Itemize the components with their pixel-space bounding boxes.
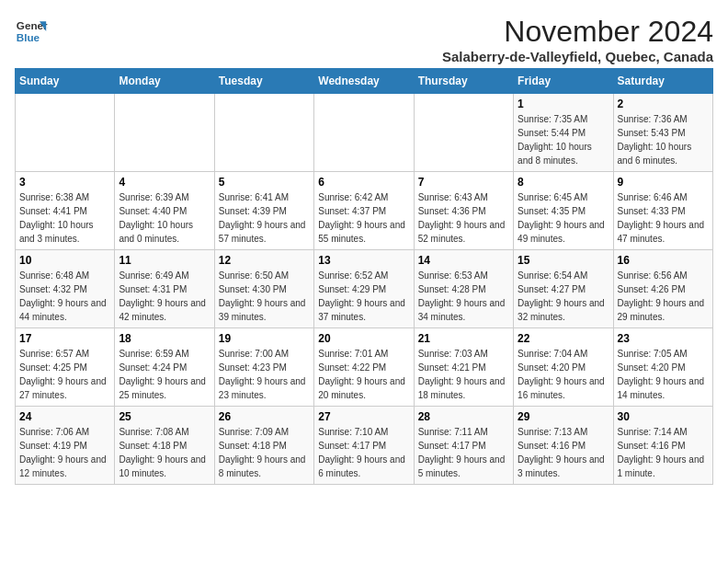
calendar-cell: 14Sunrise: 6:53 AM Sunset: 4:28 PM Dayli… <box>414 250 513 328</box>
day-header-sunday: Sunday <box>16 69 115 94</box>
calendar-cell: 10Sunrise: 6:48 AM Sunset: 4:32 PM Dayli… <box>16 250 115 328</box>
day-info: Sunrise: 7:05 AM Sunset: 4:20 PM Dayligh… <box>618 347 709 402</box>
day-info: Sunrise: 7:03 AM Sunset: 4:21 PM Dayligh… <box>418 347 509 402</box>
day-info: Sunrise: 7:08 AM Sunset: 4:18 PM Dayligh… <box>119 425 210 480</box>
day-info: Sunrise: 6:50 AM Sunset: 4:30 PM Dayligh… <box>219 269 310 324</box>
day-info: Sunrise: 6:42 AM Sunset: 4:37 PM Dayligh… <box>318 190 409 246</box>
day-info: Sunrise: 7:11 AM Sunset: 4:17 PM Dayligh… <box>418 425 509 480</box>
day-number: 16 <box>618 254 709 267</box>
calendar-cell: 4Sunrise: 6:39 AM Sunset: 4:40 PM Daylig… <box>115 172 214 250</box>
day-info: Sunrise: 6:56 AM Sunset: 4:26 PM Dayligh… <box>618 269 709 324</box>
day-info: Sunrise: 6:45 AM Sunset: 4:35 PM Dayligh… <box>518 190 609 246</box>
day-number: 4 <box>119 176 210 189</box>
calendar-cell <box>314 94 414 172</box>
calendar-cell: 15Sunrise: 6:54 AM Sunset: 4:27 PM Dayli… <box>514 250 613 328</box>
calendar-table: SundayMondayTuesdayWednesdayThursdayFrid… <box>15 68 713 485</box>
calendar-cell <box>115 94 214 172</box>
calendar-cell: 3Sunrise: 6:38 AM Sunset: 4:41 PM Daylig… <box>16 172 115 250</box>
day-number: 18 <box>119 332 210 345</box>
day-info: Sunrise: 7:09 AM Sunset: 4:18 PM Dayligh… <box>219 425 310 480</box>
day-header-saturday: Saturday <box>613 69 712 94</box>
day-number: 26 <box>219 410 310 423</box>
calendar-cell: 28Sunrise: 7:11 AM Sunset: 4:17 PM Dayli… <box>414 407 513 485</box>
calendar-cell: 29Sunrise: 7:13 AM Sunset: 4:16 PM Dayli… <box>514 407 613 485</box>
calendar-week-5: 24Sunrise: 7:06 AM Sunset: 4:19 PM Dayli… <box>16 407 713 485</box>
calendar-cell: 8Sunrise: 6:45 AM Sunset: 4:35 PM Daylig… <box>514 172 613 250</box>
calendar-cell: 12Sunrise: 6:50 AM Sunset: 4:30 PM Dayli… <box>214 250 313 328</box>
day-info: Sunrise: 7:13 AM Sunset: 4:16 PM Dayligh… <box>518 425 609 480</box>
day-number: 5 <box>219 176 310 189</box>
svg-text:Blue: Blue <box>17 31 40 43</box>
day-info: Sunrise: 6:43 AM Sunset: 4:36 PM Dayligh… <box>418 190 509 246</box>
day-number: 7 <box>418 176 509 189</box>
day-info: Sunrise: 7:36 AM Sunset: 5:43 PM Dayligh… <box>618 112 709 167</box>
day-info: Sunrise: 7:14 AM Sunset: 4:16 PM Dayligh… <box>618 425 709 480</box>
calendar-cell <box>214 94 313 172</box>
day-header-thursday: Thursday <box>414 69 513 94</box>
title-area: November 2024 Salaberry-de-Valleyfield, … <box>442 15 713 64</box>
day-info: Sunrise: 7:00 AM Sunset: 4:23 PM Dayligh… <box>219 347 310 402</box>
day-info: Sunrise: 7:01 AM Sunset: 4:22 PM Dayligh… <box>318 347 409 402</box>
day-info: Sunrise: 6:41 AM Sunset: 4:39 PM Dayligh… <box>219 190 310 246</box>
calendar-week-1: 1Sunrise: 7:35 AM Sunset: 5:44 PM Daylig… <box>16 94 713 172</box>
calendar-cell: 17Sunrise: 6:57 AM Sunset: 4:25 PM Dayli… <box>16 328 115 407</box>
calendar-cell: 20Sunrise: 7:01 AM Sunset: 4:22 PM Dayli… <box>314 328 414 407</box>
day-number: 19 <box>219 332 310 345</box>
day-info: Sunrise: 6:54 AM Sunset: 4:27 PM Dayligh… <box>518 269 609 324</box>
day-number: 2 <box>618 98 709 110</box>
calendar-cell: 21Sunrise: 7:03 AM Sunset: 4:21 PM Dayli… <box>414 328 513 407</box>
calendar-cell: 9Sunrise: 6:46 AM Sunset: 4:33 PM Daylig… <box>613 172 712 250</box>
day-number: 11 <box>119 254 210 267</box>
day-number: 28 <box>418 410 509 423</box>
day-number: 27 <box>318 410 409 423</box>
calendar-week-2: 3Sunrise: 6:38 AM Sunset: 4:41 PM Daylig… <box>16 172 713 250</box>
day-info: Sunrise: 6:46 AM Sunset: 4:33 PM Dayligh… <box>618 190 709 246</box>
calendar-week-4: 17Sunrise: 6:57 AM Sunset: 4:25 PM Dayli… <box>16 328 713 407</box>
day-number: 29 <box>518 410 609 423</box>
day-number: 10 <box>19 254 110 267</box>
logo: General Blue <box>15 15 48 48</box>
day-number: 20 <box>318 332 409 345</box>
calendar-cell: 5Sunrise: 6:41 AM Sunset: 4:39 PM Daylig… <box>214 172 313 250</box>
day-info: Sunrise: 6:48 AM Sunset: 4:32 PM Dayligh… <box>19 269 110 324</box>
day-header-tuesday: Tuesday <box>214 69 313 94</box>
calendar-cell: 18Sunrise: 6:59 AM Sunset: 4:24 PM Dayli… <box>115 328 214 407</box>
day-number: 1 <box>518 98 609 110</box>
day-info: Sunrise: 6:49 AM Sunset: 4:31 PM Dayligh… <box>119 269 210 324</box>
calendar-cell: 16Sunrise: 6:56 AM Sunset: 4:26 PM Dayli… <box>613 250 712 328</box>
day-header-monday: Monday <box>115 69 214 94</box>
day-info: Sunrise: 6:53 AM Sunset: 4:28 PM Dayligh… <box>418 269 509 324</box>
day-number: 6 <box>318 176 409 189</box>
calendar-cell: 26Sunrise: 7:09 AM Sunset: 4:18 PM Dayli… <box>214 407 313 485</box>
day-info: Sunrise: 6:57 AM Sunset: 4:25 PM Dayligh… <box>19 347 110 402</box>
day-number: 15 <box>518 254 609 267</box>
day-number: 30 <box>618 410 709 423</box>
calendar-cell: 25Sunrise: 7:08 AM Sunset: 4:18 PM Dayli… <box>115 407 214 485</box>
day-info: Sunrise: 7:10 AM Sunset: 4:17 PM Dayligh… <box>318 425 409 480</box>
logo-icon: General Blue <box>15 15 48 48</box>
day-number: 13 <box>318 254 409 267</box>
calendar-cell: 19Sunrise: 7:00 AM Sunset: 4:23 PM Dayli… <box>214 328 313 407</box>
day-info: Sunrise: 7:04 AM Sunset: 4:20 PM Dayligh… <box>518 347 609 402</box>
day-info: Sunrise: 7:35 AM Sunset: 5:44 PM Dayligh… <box>518 112 609 167</box>
calendar-cell: 22Sunrise: 7:04 AM Sunset: 4:20 PM Dayli… <box>514 328 613 407</box>
day-number: 23 <box>618 332 709 345</box>
day-info: Sunrise: 7:06 AM Sunset: 4:19 PM Dayligh… <box>19 425 110 480</box>
calendar-cell: 7Sunrise: 6:43 AM Sunset: 4:36 PM Daylig… <box>414 172 513 250</box>
calendar-cell: 1Sunrise: 7:35 AM Sunset: 5:44 PM Daylig… <box>514 94 613 172</box>
calendar-cell <box>16 94 115 172</box>
calendar-cell: 23Sunrise: 7:05 AM Sunset: 4:20 PM Dayli… <box>613 328 712 407</box>
calendar-header-row: SundayMondayTuesdayWednesdayThursdayFrid… <box>16 69 713 94</box>
month-title: November 2024 <box>442 15 713 49</box>
day-info: Sunrise: 6:59 AM Sunset: 4:24 PM Dayligh… <box>119 347 210 402</box>
calendar-cell: 27Sunrise: 7:10 AM Sunset: 4:17 PM Dayli… <box>314 407 414 485</box>
calendar-cell: 6Sunrise: 6:42 AM Sunset: 4:37 PM Daylig… <box>314 172 414 250</box>
header: General Blue November 2024 Salaberry-de-… <box>15 15 713 64</box>
day-header-wednesday: Wednesday <box>314 69 414 94</box>
day-number: 9 <box>618 176 709 189</box>
day-info: Sunrise: 6:38 AM Sunset: 4:41 PM Dayligh… <box>19 190 110 246</box>
day-number: 8 <box>518 176 609 189</box>
calendar-cell: 13Sunrise: 6:52 AM Sunset: 4:29 PM Dayli… <box>314 250 414 328</box>
calendar-cell: 24Sunrise: 7:06 AM Sunset: 4:19 PM Dayli… <box>16 407 115 485</box>
day-number: 24 <box>19 410 110 423</box>
